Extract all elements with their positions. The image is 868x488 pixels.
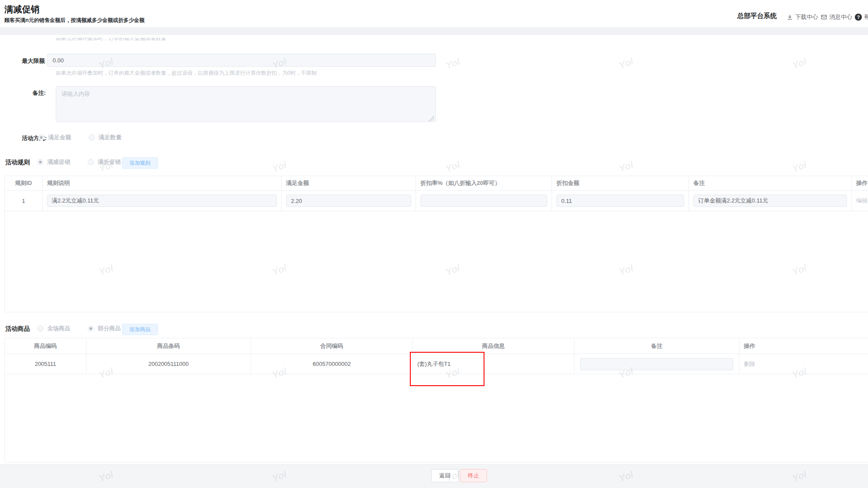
watermark-text: Yol: [444, 56, 462, 72]
help-center-link[interactable]: ? 帮助中心: [855, 13, 868, 21]
rule-discount-rate-input[interactable]: [420, 195, 547, 207]
rules-table-header: 规则ID 规则说明 满足金额 折扣率%（如八折输入20即可） 折扣金额 备注 操…: [5, 176, 868, 191]
edit-rule-link[interactable]: 编辑: [856, 197, 868, 205]
rule-desc-input[interactable]: [47, 195, 277, 207]
col-amount: 满足金额: [282, 176, 416, 190]
app-header: 满减促销 顾客买满n元的销售金额后，按满额减多少金额或折多少金额 总部平台系统 …: [0, 0, 868, 27]
radio-checked-icon: [37, 159, 43, 165]
back-button[interactable]: 返回: [431, 469, 459, 482]
textarea-resize-handle[interactable]: [429, 116, 434, 121]
download-icon: [787, 14, 793, 20]
rule-discount-amount-input[interactable]: [556, 195, 684, 207]
product-code-cell: 2005111: [5, 354, 86, 374]
product-info-cell: (套)丸子包T1: [413, 354, 574, 374]
radio-amount-condition[interactable]: 满足金额: [38, 134, 71, 141]
max-limit-input[interactable]: [47, 54, 436, 67]
products-section-label: 活动商品: [5, 325, 30, 333]
product-contract-cell: 600570000002: [251, 354, 413, 374]
col-product-remark: 备注: [574, 338, 739, 354]
radio-unchecked-icon: [88, 159, 94, 165]
radio-full-discount[interactable]: 满折促销: [88, 158, 121, 166]
download-center-link[interactable]: 下载中心: [787, 13, 818, 21]
add-rule-button[interactable]: 添加规则: [122, 157, 158, 169]
page-subtitle: 顾客买满n元的销售金额后，按满额减多少金额或折多少金额: [4, 17, 144, 24]
max-limit-hint: 如果允许循环叠加时，订单的最大金额或者数量，超过该值，以限额值为上限进行计算倍数…: [56, 69, 317, 77]
max-limit-label: 最大限额: [22, 57, 45, 65]
envelope-icon: [821, 14, 827, 20]
header-divider-band: [0, 27, 868, 35]
col-discount-amount: 折扣金额: [552, 176, 689, 190]
rule-remark-input[interactable]: [693, 195, 847, 207]
add-product-button[interactable]: 添加商品: [122, 324, 158, 335]
message-center-label: 消息中心: [829, 13, 852, 21]
remark-label: 备注:: [32, 89, 46, 97]
products-table-row: 2005111 2002005111000 600570000002 (套)丸子…: [5, 354, 868, 374]
products-scope-radio-group: 全场商品 部分商品: [37, 325, 121, 333]
watermark-text: Yol: [617, 56, 635, 72]
remark-textarea[interactable]: [56, 86, 436, 122]
col-barcode: 商品条码: [86, 338, 251, 354]
radio-quantity-condition[interactable]: 满足数量: [89, 134, 122, 141]
col-rule-id: 规则ID: [5, 176, 43, 190]
radio-checked-icon: [88, 325, 94, 332]
watermark-text: Yol: [617, 159, 635, 175]
watermark-text: Yol: [444, 159, 462, 175]
clipped-scrolled-text: 如果允许循环叠加时，订单的最大金额或者数量: [56, 38, 166, 42]
radio-full-reduction[interactable]: 满减促销: [37, 158, 70, 166]
col-remark: 备注: [689, 176, 852, 190]
watermark-text: Yol: [791, 56, 808, 72]
col-product-info: 商品信息: [413, 338, 574, 354]
col-rule-desc: 规则说明: [43, 176, 282, 190]
product-remark-input[interactable]: [580, 358, 733, 370]
help-icon: ?: [855, 14, 862, 21]
col-discount-rate: 折扣率%（如八折输入20即可）: [416, 176, 552, 190]
radio-checked-icon: [38, 134, 44, 141]
products-table-header: 商品编码 商品条码 合同编码 商品信息 备注 操作: [5, 338, 868, 354]
rules-section-label: 活动规则: [5, 159, 30, 166]
radio-all-products[interactable]: 全场商品: [37, 325, 70, 333]
message-center-link[interactable]: 消息中心: [821, 13, 852, 21]
help-center-label: 帮助中心: [864, 13, 868, 21]
product-barcode-cell: 2002005111000: [86, 354, 251, 374]
rule-amount-input[interactable]: [286, 195, 411, 207]
col-product-code: 商品编码: [5, 338, 86, 354]
products-table: 商品编码 商品条码 合同编码 商品信息 备注 操作 2005111 200200…: [4, 338, 868, 463]
radio-unchecked-icon: [89, 134, 95, 141]
radio-partial-products[interactable]: 部分商品: [88, 325, 121, 333]
watermark-text: Yol: [271, 159, 288, 175]
system-name: 总部平台系统: [737, 12, 777, 20]
watermark-text: Yol: [791, 159, 808, 175]
col-product-action: 操作: [739, 338, 868, 354]
rules-table-row: 1 编辑: [5, 191, 868, 211]
col-action: 操作: [852, 176, 868, 190]
page-title: 满减促销: [4, 4, 39, 15]
rules-type-radio-group: 满减促销 满折促销: [37, 158, 121, 166]
radio-unchecked-icon: [37, 325, 43, 332]
col-contract-code: 合同编码: [251, 338, 413, 354]
stop-button[interactable]: 终止: [460, 469, 487, 482]
delete-product-link[interactable]: 删除: [744, 360, 755, 368]
rules-table: 规则ID 规则说明 满足金额 折扣率%（如八折输入20即可） 折扣金额 备注 操…: [4, 176, 868, 312]
download-center-label: 下载中心: [795, 13, 818, 21]
rule-id-cell: 1: [5, 191, 43, 211]
activity-mode-radio-group: 满足金额 满足数量: [38, 134, 122, 141]
